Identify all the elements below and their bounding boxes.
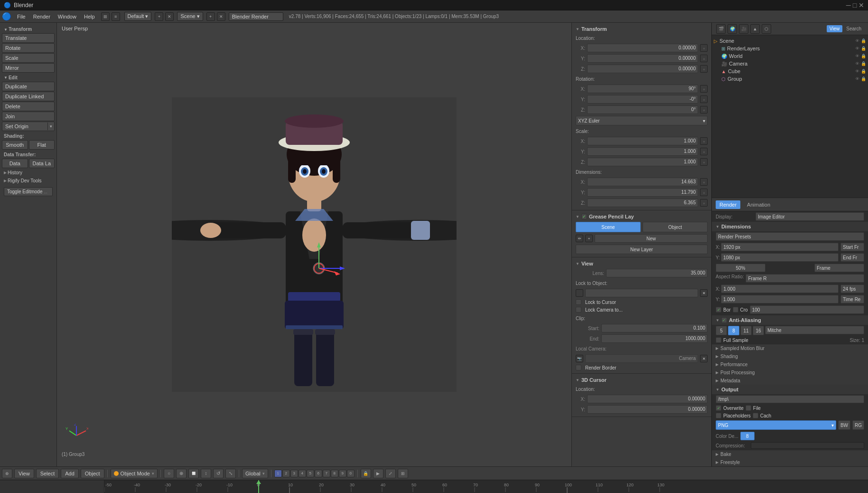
tree-item-cube[interactable]: ▲ Cube 👁 🔒 (712, 67, 868, 75)
output-path[interactable]: /tmp\ (716, 395, 864, 403)
menu-help[interactable]: Help (80, 13, 99, 20)
transform-header[interactable]: ▼ Transform (572, 25, 711, 33)
dim-x-copy[interactable]: ⬦ (700, 178, 708, 186)
rot-z-copy[interactable]: ⬦ (700, 106, 708, 114)
timeline-marks[interactable]: -50 -40 -30 -20 -10 0 10 20 30 (104, 480, 868, 493)
dim-z-input[interactable]: 6.365 (587, 199, 698, 207)
cursor-y-input[interactable]: 0.00000 (587, 405, 708, 414)
dim-z-copy[interactable]: ⬦ (700, 199, 708, 207)
camera-x[interactable]: ✕ (700, 355, 708, 362)
cache-checkbox[interactable] (753, 413, 758, 418)
tb-snap[interactable]: 🔲 (188, 469, 199, 478)
color-depth-btn[interactable]: 8 (740, 432, 755, 440)
loc-y-input[interactable]: 0.00000 (587, 54, 698, 63)
aa-11[interactable]: 11 (740, 326, 752, 335)
menu-render[interactable]: Render (29, 13, 54, 20)
tb-view3d-extra[interactable]: ⊞ (398, 469, 408, 478)
duplicate-btn[interactable]: Duplicate (2, 82, 55, 91)
aa-header[interactable]: ▼ Anti-Aliasing (712, 315, 868, 325)
scale-y-copy[interactable]: ⬦ (700, 148, 708, 155)
loc-z-copy[interactable]: ⬦ (700, 65, 708, 73)
tb-cam-lock[interactable]: 🔒 (361, 469, 371, 478)
render-presets-row[interactable]: Render Presets (712, 231, 868, 242)
layer-2[interactable]: 2 (282, 470, 290, 477)
time-remap-input[interactable]: Time Re (840, 295, 864, 303)
layout-icon2[interactable]: ≡ (112, 12, 120, 21)
add-btn[interactable]: Add (61, 469, 79, 478)
tab-view[interactable]: View (827, 25, 843, 32)
scene-icon5[interactable]: ⬡ (762, 24, 771, 34)
tree-item-renderlayers[interactable]: ⊞ RenderLayers 👁 🔒 (712, 45, 868, 52)
delete-btn[interactable]: Delete (2, 102, 55, 111)
tb-proportional[interactable]: ○ (164, 469, 174, 478)
tb-manipulator3[interactable]: ⤡ (225, 469, 236, 478)
menu-file[interactable]: File (13, 13, 29, 20)
global-dropdown[interactable]: Global ▾ (242, 469, 268, 478)
render-border-checkbox[interactable] (576, 365, 581, 370)
start-frame-input[interactable]: Start Fr (840, 243, 864, 251)
clip-start-input[interactable]: 0.100 (601, 324, 708, 332)
grease-pencil-new-layer-btn[interactable]: New Layer (576, 245, 708, 254)
layer-1[interactable]: 1 (274, 470, 282, 477)
res-x-input[interactable]: 1920 px (721, 243, 839, 251)
crop-checkbox[interactable] (733, 307, 738, 313)
render-presets-btn[interactable]: Render Presets (716, 232, 864, 241)
workspace-add-icon[interactable]: + (155, 12, 163, 21)
tab-animation[interactable]: Animation (743, 200, 774, 209)
mitchell-input[interactable]: Mitche (765, 326, 864, 334)
aa-8[interactable]: 8 (728, 326, 739, 335)
view-header[interactable]: ▼ View (572, 259, 711, 268)
translate-btn[interactable]: Translate (2, 33, 55, 43)
loc-x-copy[interactable]: ⬦ (700, 44, 708, 52)
camera-input[interactable]: Camera (585, 354, 698, 363)
rot-mode-dropdown[interactable]: XYZ Euler▾ (576, 116, 708, 125)
rot-y-input[interactable]: -0° (587, 95, 698, 104)
loc-y-copy[interactable]: ⬦ (700, 55, 708, 62)
tb-manipulator1[interactable]: ↕ (201, 469, 211, 478)
loc-z-input[interactable]: 0.00000 (587, 65, 698, 73)
dim-y-copy[interactable]: ⬦ (700, 189, 708, 196)
scene-icon4[interactable]: ▲ (750, 24, 760, 34)
grease-pencil-header[interactable]: ▼ Grease Pencil Lay (572, 212, 711, 221)
dim-x-input[interactable]: 14.663 (587, 178, 698, 186)
aspect-y-input[interactable]: 1.000 (721, 295, 839, 303)
cursor-3d-header[interactable]: ▼ 3D Cursor (572, 376, 711, 384)
tb-fullscreen[interactable]: ⤢ (385, 469, 396, 478)
tree-item-group[interactable]: ⬡ Group 👁 🔒 (712, 75, 868, 83)
viewport[interactable]: User Persp (57, 23, 571, 466)
layer-8[interactable]: 8 (331, 470, 338, 477)
dimensions-header[interactable]: ▼ Dimensions (712, 222, 868, 231)
dim-y-input[interactable]: 11.790 (587, 188, 698, 197)
scale-x-input[interactable]: 1.000 (587, 137, 698, 145)
res-y-input[interactable]: 1080 px (721, 253, 839, 262)
layer-5[interactable]: 5 (307, 470, 314, 477)
toggle-editmode-btn[interactable]: Toggle Editmode ... (0, 185, 56, 196)
metadata-header[interactable]: ▶ Metadata (712, 377, 868, 385)
scene-icon3[interactable]: 🎥 (739, 24, 748, 34)
view-btn[interactable]: View (14, 469, 34, 478)
scale-x-copy[interactable]: ⬦ (700, 137, 708, 145)
tab-search[interactable]: Search (843, 25, 864, 32)
pct-input[interactable]: 50% (716, 264, 765, 272)
rot-x-copy[interactable]: ⬦ (700, 85, 708, 93)
tb-pivot[interactable]: ⊕ (176, 469, 187, 478)
rigify-section[interactable]: Rigify Dev Tools (0, 177, 56, 185)
cursor-x-input[interactable]: 0.00000 (587, 395, 708, 403)
scale-btn[interactable]: Scale (2, 53, 55, 63)
object-btn[interactable]: Object (81, 469, 104, 478)
full-sample-checkbox[interactable] (716, 337, 721, 343)
workspace-remove-icon[interactable]: ✕ (165, 12, 174, 21)
menu-window[interactable]: Window (54, 13, 80, 20)
bw-btn[interactable]: BW (838, 420, 850, 430)
grease-pencil-new-btn[interactable]: New (595, 234, 708, 243)
lock-camera-checkbox[interactable] (576, 307, 581, 313)
compress-bar[interactable] (751, 442, 864, 449)
aa-5[interactable]: 5 (716, 326, 727, 335)
motion-blur-header[interactable]: ▶ Sampled Motion Blur (712, 344, 868, 352)
set-origin-btn[interactable]: Set Origin ▾ (2, 122, 55, 131)
layout-icon1[interactable]: ⊞ (101, 12, 110, 21)
data-btn[interactable]: Data (2, 159, 28, 168)
scene-selector[interactable]: Scene ▾ (177, 12, 203, 21)
layer-4[interactable]: 4 (299, 470, 306, 477)
edit-section-title[interactable]: ▼ Edit (0, 73, 56, 81)
